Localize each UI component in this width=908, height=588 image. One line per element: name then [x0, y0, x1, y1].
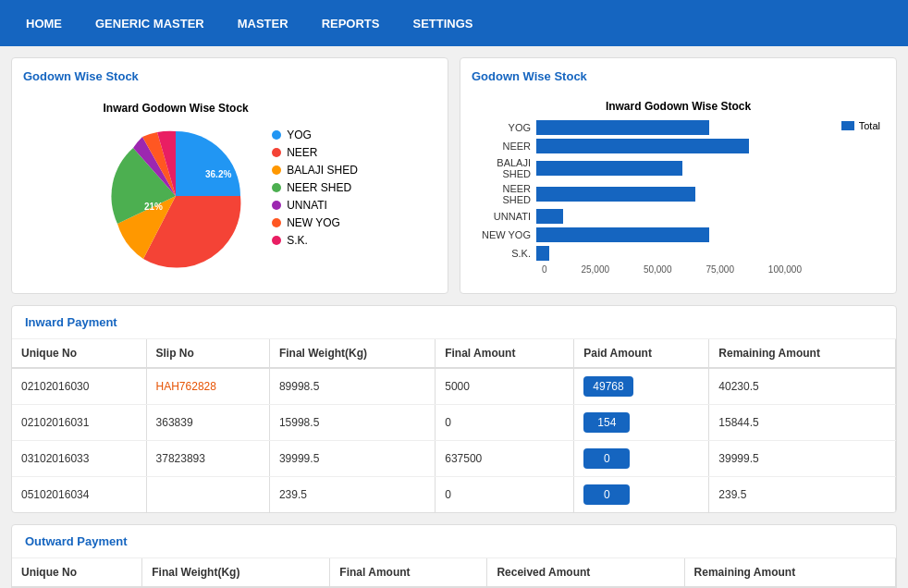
- xaxis-label: 75,000: [706, 264, 734, 275]
- remaining-amount: 239.5: [709, 477, 896, 513]
- bar-row: S.K.: [472, 246, 802, 261]
- remaining-amount: 15844.5: [709, 405, 896, 441]
- slip-no[interactable]: HAH762828: [146, 368, 269, 405]
- paid-amount: 0: [574, 477, 709, 513]
- table-header: Final Amount: [330, 558, 487, 587]
- outward-payment-section: Outward Payment Unique NoFinal Weight(Kg…: [11, 524, 897, 588]
- unique-no: 02102016031: [12, 405, 146, 441]
- unique-no: 05102016034: [12, 477, 146, 513]
- nav-generic-master[interactable]: GENERIC MASTER: [79, 17, 221, 31]
- unique-no: 02102016030: [12, 368, 146, 405]
- bar-legend: Total: [841, 120, 880, 131]
- paid-amount: 0: [574, 441, 709, 477]
- legend-item: NEER: [272, 146, 358, 159]
- legend-item: NEW YOG: [272, 216, 358, 229]
- remaining-amount: 40230.5: [709, 368, 896, 405]
- pie-chart-title: Inward Godown Wise Stock: [102, 102, 250, 115]
- godown-stock-pie-card: Godown Wise Stock Inward Godown Wise Sto…: [11, 57, 448, 294]
- outward-payment-title: Outward Payment: [12, 525, 896, 558]
- final-amount: 637500: [436, 441, 574, 477]
- remaining-amount: 39999.5: [709, 441, 896, 477]
- bar-chart-outer: YOG NEER BALAJI SHED NEER SHED UNNATI NE…: [472, 120, 885, 275]
- nav-master[interactable]: MASTER: [221, 17, 305, 31]
- paid-amount: 49768: [574, 368, 709, 405]
- table-row: 05102016034 239.5 0 0 239.5: [12, 477, 896, 513]
- final-weight: 239.5: [269, 477, 435, 513]
- inward-payment-table: Unique NoSlip NoFinal Weight(Kg)Final Am…: [12, 339, 896, 512]
- xaxis-label: 0: [542, 264, 547, 275]
- table-header: Remaining Amount: [684, 558, 895, 587]
- legend-item: S.K.: [272, 234, 358, 247]
- slip-no: 37823893: [146, 441, 269, 477]
- outward-payment-table-wrapper[interactable]: Unique NoFinal Weight(Kg)Final AmountRec…: [12, 558, 896, 588]
- bar-row: NEER SHED: [472, 183, 802, 205]
- xaxis-label: 100,000: [768, 264, 802, 275]
- bar-row: BALAJI SHED: [472, 157, 802, 179]
- table-header: Received Amount: [487, 558, 684, 587]
- nav-settings[interactable]: SETTINGS: [396, 17, 489, 31]
- svg-text:36.2%: 36.2%: [205, 169, 231, 179]
- legend-item: UNNATI: [272, 199, 358, 212]
- bar-row: UNNATI: [472, 209, 802, 224]
- legend-item: NEER SHED: [272, 181, 358, 194]
- xaxis-label: 25,000: [581, 264, 609, 275]
- paid-amount: 154: [574, 405, 709, 441]
- nav-reports[interactable]: REPORTS: [305, 17, 397, 31]
- table-header: Slip No: [146, 339, 269, 368]
- svg-text:21%: 21%: [144, 202, 163, 212]
- table-header: Final Weight(Kg): [269, 339, 435, 368]
- pie-card-title: Godown Wise Stock: [23, 69, 436, 83]
- final-amount: 0: [436, 405, 574, 441]
- pie-chart: 36.2% 21%: [102, 122, 250, 270]
- slip-no: [146, 477, 269, 513]
- table-header: Remaining Amount: [709, 339, 896, 368]
- inward-payment-table-wrapper[interactable]: Unique NoSlip NoFinal Weight(Kg)Final Am…: [12, 339, 896, 512]
- final-weight: 15998.5: [269, 405, 435, 441]
- pie-legend: YOGNEERBALAJI SHEDNEER SHEDUNNATINEW YOG…: [272, 129, 358, 247]
- final-weight: 89998.5: [269, 368, 435, 405]
- unique-no: 03102016033: [12, 441, 146, 477]
- table-header: Unique No: [12, 558, 142, 587]
- table-row: 02102016031 363839 15998.5 0 154 15844.5: [12, 405, 896, 441]
- bar-row: YOG: [472, 120, 802, 135]
- slip-no: 363839: [146, 405, 269, 441]
- xaxis-label: 50,000: [644, 264, 672, 275]
- inward-payment-title: Inward Payment: [12, 306, 896, 339]
- final-amount: 0: [436, 477, 574, 513]
- table-header: Unique No: [12, 339, 146, 368]
- table-header: Final Weight(Kg): [142, 558, 330, 587]
- godown-stock-bar-card: Godown Wise Stock Inward Godown Wise Sto…: [460, 57, 897, 294]
- bar-card-title: Godown Wise Stock: [472, 69, 885, 83]
- bar-row: NEER: [472, 139, 802, 153]
- table-row: 02102016030 HAH762828 89998.5 5000 49768…: [12, 368, 896, 405]
- table-header: Paid Amount: [574, 339, 709, 368]
- final-amount: 5000: [436, 368, 574, 405]
- bar-row: NEW YOG: [472, 227, 802, 242]
- inward-payment-section: Inward Payment Unique NoSlip NoFinal Wei…: [11, 305, 897, 513]
- table-header: Final Amount: [436, 339, 574, 368]
- outward-payment-table: Unique NoFinal Weight(Kg)Final AmountRec…: [12, 558, 896, 588]
- final-weight: 39999.5: [269, 441, 435, 477]
- legend-item: BALAJI SHED: [272, 164, 358, 177]
- navbar: HOME GENERIC MASTER MASTER REPORTS SETTI…: [0, 0, 908, 46]
- table-row: 03102016033 37823893 39999.5 637500 0 39…: [12, 441, 896, 477]
- bar-chart-title: Inward Godown Wise Stock: [472, 100, 885, 113]
- legend-item: YOG: [272, 129, 358, 141]
- nav-home[interactable]: HOME: [9, 17, 79, 31]
